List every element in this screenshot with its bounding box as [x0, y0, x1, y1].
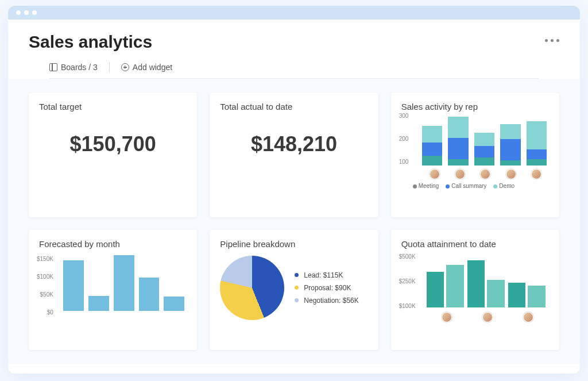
legend-item: Meeting: [413, 183, 439, 189]
pie-wrap: Lead: $115K Proposal: $90K Negotiation: …: [220, 256, 368, 320]
ytick: $0: [37, 310, 53, 315]
card-title: Quota attainment to date: [401, 239, 549, 249]
legend-item: Call summary: [446, 183, 486, 189]
avatars-row: [427, 312, 549, 322]
stacked-bar-chart: [422, 116, 549, 166]
legend: Meeting Call summary Demo: [413, 183, 549, 189]
y-axis: $150K $100K $50K $0: [37, 256, 53, 316]
legend-item: Demo: [493, 183, 514, 189]
card-title: Forecasted by month: [39, 239, 187, 249]
avatar[interactable]: [430, 169, 440, 179]
bar: [527, 121, 547, 166]
card-title: Total actual to date: [220, 102, 368, 111]
card-forecasted-month[interactable]: Forecasted by month $150K $100K $50K $0: [29, 230, 197, 351]
bar: [422, 126, 442, 166]
ytick: $50K: [37, 292, 53, 298]
bar: [474, 133, 494, 166]
bar: [114, 255, 134, 311]
bar: [500, 124, 520, 166]
bar: [448, 117, 468, 166]
boards-selector[interactable]: Boards / 3: [49, 63, 98, 72]
window-titlebar: [8, 6, 580, 20]
avatar[interactable]: [480, 169, 490, 179]
card-title: Sales activity by rep: [401, 102, 549, 111]
ytick: 100: [399, 159, 409, 165]
ytick: $100K: [37, 274, 53, 280]
avatar[interactable]: [523, 312, 533, 322]
pie-legend: Lead: $115K Proposal: $90K Negotiation: …: [295, 271, 358, 305]
grouped-bar-chart: [427, 253, 549, 307]
bar-chart: [63, 253, 187, 311]
window-dot-icon: [32, 10, 37, 15]
legend-item: Lead: $115K: [295, 271, 358, 279]
bar: [164, 297, 184, 311]
card-total-actual[interactable]: Total actual to date $148,210: [210, 93, 378, 217]
y-axis: 300 200 100: [399, 113, 409, 165]
ytick: $500K: [399, 254, 416, 260]
ytick: $150K: [37, 256, 53, 262]
avatar[interactable]: [442, 312, 452, 322]
legend-item: Proposal: $90K: [295, 284, 358, 292]
avatar[interactable]: [482, 312, 493, 322]
divider: [109, 62, 110, 72]
ytick: $250K: [399, 279, 416, 284]
page-title: Sales analytics: [29, 32, 559, 52]
more-menu-button[interactable]: [545, 39, 559, 42]
card-title: Total target: [39, 102, 187, 111]
ytick: $100K: [399, 303, 416, 309]
browser-frame: Sales analytics Boards / 3 Add widget To…: [8, 6, 580, 374]
bar: [63, 260, 84, 311]
add-widget-button[interactable]: Add widget: [121, 63, 172, 72]
boards-label: Boards / 3: [61, 63, 98, 72]
card-sales-activity[interactable]: Sales activity by rep 300 200 100: [391, 93, 559, 217]
window-dot-icon: [24, 10, 29, 15]
card-title: Pipeline breakdown: [220, 239, 368, 249]
card-quota-attainment[interactable]: Quota attainment to date $500K $250K $10…: [391, 230, 559, 351]
y-axis: $500K $250K $100K: [399, 254, 416, 309]
page-header: Sales analytics Boards / 3 Add widget: [8, 20, 580, 79]
boards-icon: [49, 63, 57, 71]
bar-group: [508, 283, 546, 307]
total-target-value: $150,700: [39, 132, 187, 156]
avatar[interactable]: [531, 169, 541, 179]
ytick: 300: [399, 113, 409, 119]
add-widget-label: Add widget: [133, 63, 172, 72]
subbar: Boards / 3 Add widget: [49, 62, 539, 79]
bar-group: [427, 265, 464, 307]
bar: [139, 278, 160, 311]
legend-item: Negotiation: $56K: [295, 297, 358, 305]
plus-circle-icon: [121, 63, 129, 71]
ytick: 200: [399, 136, 409, 142]
total-actual-value: $148,210: [220, 132, 368, 156]
bar: [88, 296, 109, 311]
dashboard-canvas: Total target $150,700 Total actual to da…: [8, 79, 580, 364]
avatar[interactable]: [455, 169, 465, 179]
bar-group: [467, 260, 505, 307]
avatar[interactable]: [506, 169, 516, 179]
pie-chart: [220, 256, 284, 320]
card-pipeline-breakdown[interactable]: Pipeline breakdown Lead: $115K Proposal:…: [210, 230, 378, 351]
card-total-target[interactable]: Total target $150,700: [29, 93, 197, 217]
avatars-row: [422, 169, 549, 179]
window-dot-icon: [16, 10, 21, 15]
